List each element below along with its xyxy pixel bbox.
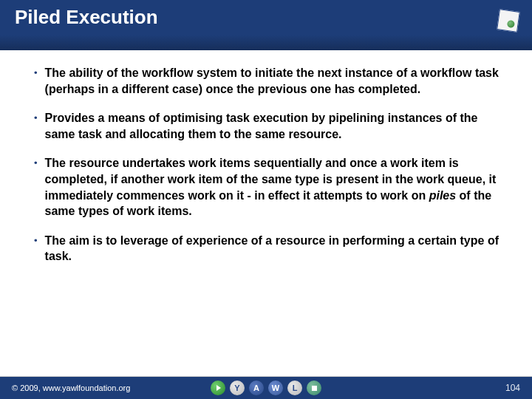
bullet-icon: •: [34, 112, 38, 142]
copyright-text: © 2009, www.yawlfoundation.org: [12, 383, 130, 392]
letter-l-icon: L: [287, 381, 302, 395]
yawl-logo-icon: [497, 9, 520, 33]
bullet-icon: •: [34, 67, 38, 97]
stop-icon: [307, 381, 321, 395]
slide-body: • The ability of the workflow system to …: [0, 50, 532, 265]
bullet-icon: •: [34, 157, 38, 219]
bullet-text: The resource undertakes work items seque…: [45, 155, 510, 219]
bullet-item: • Provides a means of optimising task ex…: [34, 110, 510, 142]
logo-dot-icon: [507, 20, 515, 28]
bullet-text: The aim is to leverage of experience of …: [45, 233, 510, 265]
letter-w-icon: W: [268, 381, 283, 395]
bullet-item: • The aim is to leverage of experience o…: [34, 233, 510, 265]
slide-header: Piled Execution: [0, 0, 532, 50]
footer-logo-group: Y A W L: [211, 381, 321, 395]
slide-footer: © 2009, www.yawlfoundation.org Y A W L 1…: [0, 377, 532, 399]
bullet-text: The ability of the workflow system to in…: [45, 65, 510, 97]
play-icon: [211, 381, 225, 395]
bullet-icon: •: [34, 235, 38, 265]
letter-y-icon: Y: [230, 381, 245, 395]
page-number: 104: [505, 383, 520, 393]
bullet-item: • The resource undertakes work items seq…: [34, 155, 510, 219]
bullet-text: Provides a means of optimising task exec…: [45, 110, 510, 142]
letter-a-icon: A: [249, 381, 264, 395]
slide-title: Piled Execution: [15, 6, 517, 29]
bullet-text-italic: piles: [429, 189, 456, 202]
bullet-item: • The ability of the workflow system to …: [34, 65, 510, 97]
